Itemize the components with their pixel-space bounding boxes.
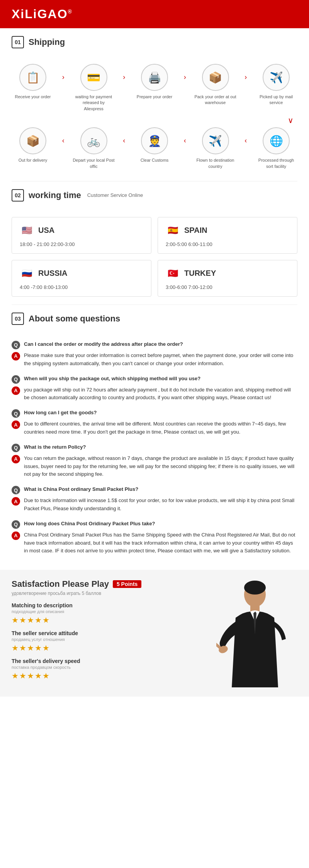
- qa-q-2: Q When will you ship the package out, wh…: [12, 375, 297, 384]
- outdelivery-label: Out for delivery: [19, 157, 48, 163]
- prepare-icon: 🖨️: [141, 64, 168, 91]
- a-badge-3: A: [12, 420, 20, 429]
- arrow-5: ‹: [62, 137, 65, 145]
- russia-flag: 🇷🇺: [20, 267, 34, 280]
- receive-label: Receive your order: [15, 94, 51, 100]
- country-card-russia: 🇷🇺 RUSSIA 4:00 -7:00 8:00-13:00: [12, 260, 151, 297]
- working-title: 02 working time Customer Service Online: [12, 189, 297, 202]
- q-badge-6: Q: [12, 520, 20, 529]
- satisfaction-section: Satisfaction Please Play 5 Points удовле…: [0, 570, 309, 697]
- usa-name: USA: [38, 226, 54, 235]
- rating-subtitle-description: подходящие для описания: [12, 609, 205, 614]
- rating-item-description: Matching to description подходящие для о…: [12, 602, 205, 625]
- qa-q-6: Q How long does China Post Oridinary Pac…: [12, 520, 297, 529]
- turkey-times: 3:00-6:00 7:00-12:00: [166, 284, 289, 290]
- satisfaction-right: [212, 579, 297, 687]
- questions-section: 03 About some questions: [0, 305, 309, 340]
- section-num-shipping: 01: [12, 36, 24, 48]
- qa-a-2: A you package will ship out in 72 hours …: [12, 386, 297, 402]
- brand-logo: XiLiGAO®: [12, 7, 73, 21]
- satisfaction-left: Satisfaction Please Play 5 Points удовле…: [12, 579, 205, 687]
- a-badge-4: A: [12, 455, 20, 463]
- rating-item-delivery: The seller's delivery speed поставка про…: [12, 658, 205, 680]
- flow-row-1: 📋 Receive your order › 💳 waiting for pay…: [12, 64, 297, 112]
- customs-label: Clear Customs: [141, 157, 169, 163]
- pack-icon: 📦: [202, 64, 229, 91]
- flow-step-flown: ✈️ Flown to destination country: [194, 127, 237, 169]
- rating-title-description: Matching to description: [12, 602, 205, 608]
- country-header-spain: 🇪🇸 SPAIN: [166, 224, 289, 238]
- spain-flag: 🇪🇸: [166, 224, 180, 238]
- qa-item-3: Q How long can I get the goods? A Due to…: [12, 409, 297, 436]
- qa-a-6: A China Post Oridinary Small Packet Plus…: [12, 531, 297, 555]
- q-badge-3: Q: [12, 409, 20, 418]
- person-figure: [216, 579, 294, 687]
- qa-question-2: When will you ship the package out, whic…: [24, 375, 200, 383]
- arrow-7: ‹: [184, 137, 186, 145]
- spain-times: 2:00-5:00 6:00-11:00: [166, 241, 289, 247]
- payment-label: waiting for payment released by Aliexpre…: [73, 94, 115, 112]
- shipping-flow: 📋 Receive your order › 💳 waiting for pay…: [0, 64, 309, 181]
- rating-subtitle-delivery: поставка продавцом скорость: [12, 665, 205, 670]
- flow-step-receive: 📋 Receive your order: [12, 64, 54, 100]
- section-num-questions: 03: [12, 313, 24, 325]
- qa-item-2: Q When will you ship the package out, wh…: [12, 375, 297, 402]
- arrow-1: ›: [62, 73, 65, 81]
- flow-step-depart: 🚲 Depart your local Post offic: [73, 127, 115, 169]
- usa-flag: 🇺🇸: [20, 224, 34, 238]
- points-badge: 5 Points: [113, 580, 141, 588]
- qa-a-1: A Please make sure that your order infor…: [12, 352, 297, 368]
- rating-title-service: The seller service attitude: [12, 630, 205, 636]
- russia-name: RUSSIA: [38, 269, 68, 278]
- qa-question-6: How long does China Post Oridinary Packe…: [24, 520, 155, 528]
- pack-label: Pack your order at out warehouse: [194, 94, 237, 106]
- pickup-icon: ✈️: [263, 64, 290, 91]
- depart-label: Depart your local Post offic: [73, 157, 115, 169]
- qa-question-4: What is the return Policy?: [24, 443, 86, 451]
- svg-point-1: [244, 581, 266, 595]
- flown-label: Flown to destination country: [194, 157, 237, 169]
- qa-question-3: How long can I get the goods?: [24, 409, 97, 417]
- country-card-turkey: 🇹🇷 TURKEY 3:00-6:00 7:00-12:00: [158, 260, 297, 297]
- qa-a-3: A Due to different countries, the arriva…: [12, 420, 297, 436]
- qa-question-1: Can I cancel the order or modify the add…: [24, 340, 183, 349]
- qa-item-4: Q What is the return Policy? A You can r…: [12, 443, 297, 478]
- a-badge-6: A: [12, 531, 20, 540]
- flow-arrow-down: ∨: [12, 116, 297, 125]
- working-grid: 🇺🇸 USA 18:00 - 21:00 22:00-3:00 🇪🇸 SPAIN…: [0, 217, 309, 304]
- rating-stars-description: ★★★★★: [12, 615, 205, 625]
- rating-item-service: The seller service attitude продавец усл…: [12, 630, 205, 653]
- arrow-8: ‹: [244, 137, 247, 145]
- flow-step-sort: 🌐 Processed through sort facility: [255, 127, 297, 169]
- sort-icon: 🌐: [263, 127, 290, 154]
- q-badge-5: Q: [12, 486, 20, 494]
- qa-q-4: Q What is the return Policy?: [12, 443, 297, 452]
- country-header-turkey: 🇹🇷 TURKEY: [166, 267, 289, 280]
- section-num-working: 02: [12, 189, 24, 202]
- arrow-6: ‹: [123, 137, 125, 145]
- satisfaction-title-text: Satisfaction Please Play: [12, 579, 109, 589]
- flow-step-pack: 📦 Pack your order at out warehouse: [194, 64, 237, 106]
- pickup-label: Picked up by mail service: [255, 94, 297, 106]
- qa-answer-5: Due to track information will increase 1…: [24, 497, 297, 513]
- shipping-title: 01 Shipping: [12, 36, 297, 48]
- questions-title: 03 About some questions: [12, 313, 297, 325]
- satisfaction-title: Satisfaction Please Play 5 Points: [12, 579, 205, 589]
- rating-title-delivery: The seller's delivery speed: [12, 658, 205, 664]
- rating-subtitle-service: продавец услуг отношения: [12, 637, 205, 642]
- flow-step-outdelivery: 📦 Out for delivery: [12, 127, 54, 163]
- working-section: 02 working time Customer Service Online: [0, 181, 309, 217]
- rating-stars-delivery: ★★★★★: [12, 671, 205, 680]
- flow-row-2: 📦 Out for delivery ‹ 🚲 Depart your local…: [12, 127, 297, 169]
- working-sublabel: Customer Service Online: [87, 192, 143, 198]
- qa-q-1: Q Can I cancel the order or modify the a…: [12, 340, 297, 349]
- svg-line-4: [216, 643, 220, 648]
- outdelivery-icon: 📦: [19, 127, 46, 154]
- sort-label: Processed through sort facility: [255, 157, 297, 169]
- arrow-4: ›: [244, 73, 247, 81]
- qa-question-5: What is China Post ordinary Small Packet…: [24, 485, 138, 494]
- payment-icon: 💳: [80, 64, 107, 91]
- qa-answer-2: you package will ship out in 72 hours af…: [24, 386, 297, 402]
- flow-step-payment: 💳 waiting for payment released by Aliexp…: [73, 64, 115, 112]
- qa-q-3: Q How long can I get the goods?: [12, 409, 297, 418]
